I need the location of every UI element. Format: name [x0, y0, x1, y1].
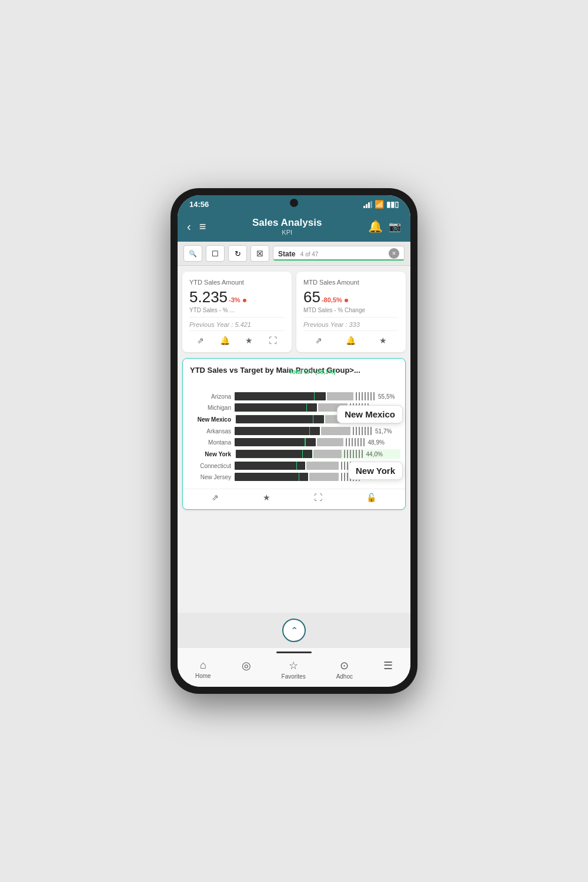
kpi-ytd-actions: ⇗ 🔔 ★ ⛶ — [189, 330, 285, 345]
bar-row: Arkansas51,7% — [235, 427, 400, 435]
bar-stripes — [353, 427, 372, 435]
battery-icon: ▮▮▯ — [386, 200, 399, 209]
kpi-mtd-change: -80,5% — [322, 296, 342, 303]
page-subtitle: KPI — [206, 229, 368, 236]
bar-value: 48,9% — [368, 439, 385, 446]
bar-label: Arkansas — [186, 428, 231, 435]
bar-dark — [235, 438, 316, 446]
page-title: Sales Analysis — [206, 217, 368, 229]
bar-container: 44,0% — [236, 450, 399, 458]
filter-select-icon[interactable]: ☐ — [206, 245, 225, 262]
nav-fav-label: Favorites — [282, 673, 306, 680]
kpi-ytd-change: -3% — [229, 296, 240, 303]
bar-value: 55,5% — [378, 393, 395, 400]
kpi-mtd-share[interactable]: ⇗ — [315, 336, 322, 345]
bar-light — [309, 473, 339, 481]
notch — [290, 199, 298, 207]
kpi-ytd-share[interactable]: ⇗ — [197, 336, 204, 345]
nav-adhoc-label: Adhoc — [336, 673, 353, 680]
bar-dark — [235, 427, 320, 435]
filter-search-icon[interactable]: 🔍 — [183, 245, 202, 262]
bar-label: New Jersey — [186, 474, 231, 480]
bar-value: 51,7% — [375, 428, 392, 435]
kpi-card-ytd: YTD Sales Amount 5.235 -3% YTD Sales - %… — [182, 272, 292, 352]
bar-stripes — [344, 450, 363, 458]
bottom-bar: ⌂ Home ◎ ☆ Favorites ⊙ Adhoc ☰ — [178, 648, 410, 687]
notification-icon[interactable]: 🔔 — [368, 219, 383, 233]
clock: 14:56 — [189, 200, 209, 209]
filter-export-icon[interactable]: ↻ — [228, 245, 247, 262]
bar-label: Connecticut — [186, 463, 231, 469]
chart-lock[interactable]: 🔓 — [366, 493, 376, 502]
home-icon: ⌂ — [200, 659, 206, 671]
chart-share[interactable]: ⇗ — [212, 493, 219, 502]
home-indicator — [276, 652, 312, 653]
bar-label: New Mexico — [186, 416, 231, 423]
tooltip-new-mexico: New Mexico — [337, 405, 403, 423]
kpi-row: YTD Sales Amount 5.235 -3% YTD Sales - %… — [182, 272, 406, 352]
kpi-mtd-star[interactable]: ★ — [379, 336, 387, 345]
kpi-mtd-actions: ⇗ 🔔 ★ — [303, 330, 399, 345]
kpi-ytd-value: 5.235 — [189, 288, 228, 306]
nav-tab-home[interactable]: ⌂ Home — [192, 658, 215, 681]
nav-tab-favorites[interactable]: ☆ Favorites — [278, 658, 309, 681]
bar-light — [313, 450, 342, 458]
back-button[interactable]: ‹ — [187, 220, 191, 233]
kpi-ytd-title: YTD Sales Amount — [189, 279, 285, 286]
bar-dark — [235, 392, 326, 400]
bar-stripes — [346, 438, 365, 446]
bar-container: 51,7% — [235, 427, 400, 435]
chart-star[interactable]: ★ — [263, 493, 270, 502]
nav-tab-view[interactable]: ◎ — [238, 658, 255, 681]
filter-chip-label: State — [278, 250, 295, 258]
bar-dark — [236, 450, 312, 458]
nav-home-label: Home — [195, 673, 211, 679]
pull-handle-button[interactable]: ⌃ — [282, 619, 306, 642]
nav-tab-adhoc[interactable]: ⊙ Adhoc — [333, 658, 356, 681]
bar-label: Montana — [186, 439, 231, 446]
bar-label: Arizona — [186, 393, 231, 400]
bar-label: New York — [186, 451, 231, 457]
bar-dark — [235, 462, 305, 470]
kpi-mtd-alert[interactable]: 🔔 — [346, 336, 356, 345]
status-icons: 📶 ▮▮▯ — [363, 200, 399, 209]
bar-dark — [235, 403, 317, 412]
chart-card: YTD Sales vs Target by Main Product Grou… — [182, 358, 406, 510]
nav-tabs: ⌂ Home ◎ ☆ Favorites ⊙ Adhoc ☰ — [180, 658, 408, 681]
bar-dark — [236, 415, 324, 423]
bar-light — [327, 392, 353, 400]
filter-chip-sub: 4 of 47 — [300, 251, 319, 258]
filter-chip-state[interactable]: State 4 of 47 × — [273, 246, 405, 261]
bar-value: 44,0% — [366, 451, 383, 457]
menu-button[interactable]: ≡ — [199, 220, 206, 233]
bar-stripes — [356, 392, 375, 400]
favorites-icon: ☆ — [289, 659, 298, 672]
nav-tab-menu[interactable]: ☰ — [380, 658, 396, 681]
kpi-ytd-expand[interactable]: ⛶ — [269, 336, 277, 345]
kpi-ytd-sub: YTD Sales - % ... — [189, 307, 285, 313]
bar-row: Montana48,9% — [235, 438, 400, 446]
kpi-ytd-star[interactable]: ★ — [245, 336, 253, 345]
signal-icon — [363, 201, 372, 208]
filter-chip-underline — [273, 259, 404, 260]
bar-container: 55,5% — [235, 392, 400, 400]
adhoc-icon: ⊙ — [340, 659, 349, 672]
pull-handle-area: ⌃ — [178, 613, 410, 648]
menu-list-icon: ☰ — [383, 659, 393, 672]
filter-clear-icon[interactable]: ☒ — [250, 245, 269, 262]
kpi-ytd-alert[interactable]: 🔔 — [220, 336, 230, 345]
chart-expand[interactable]: ⛶ — [314, 493, 322, 502]
app-header: ‹ ≡ Sales Analysis KPI 🔔 📷 — [178, 211, 410, 242]
kpi-mtd-dot — [345, 299, 348, 302]
screenshot-icon[interactable]: 📷 — [389, 220, 401, 233]
wifi-icon: 📶 — [375, 200, 384, 209]
kpi-mtd-value: 65 — [303, 288, 320, 306]
chart-area: Total S/T (38,1%)Arizona55,5%MichiganNew… — [183, 375, 405, 486]
filter-close-button[interactable]: × — [389, 248, 399, 259]
bar-container: 48,9% — [235, 438, 400, 446]
view-icon: ◎ — [242, 659, 251, 672]
bar-dark — [235, 473, 308, 481]
kpi-ytd-prev: Previous Year : 5.421 — [189, 317, 285, 328]
bar-light — [317, 438, 343, 446]
filter-bar: 🔍 ☐ ↻ ☒ State 4 of 47 × — [178, 242, 410, 266]
